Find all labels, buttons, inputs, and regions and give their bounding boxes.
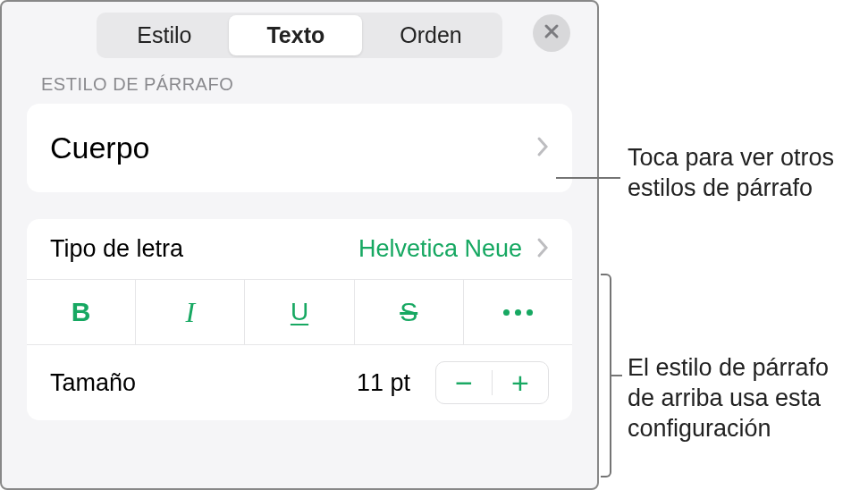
callout-paragraph-styles: Toca para ver otros estilos de párrafo [628,143,834,204]
chevron-right-icon [536,136,549,161]
tab-order[interactable]: Orden [362,15,499,55]
paragraph-style-name: Cuerpo [50,131,150,165]
minus-icon: − [455,366,473,401]
callout-leader [611,375,622,376]
underline-button[interactable]: U [245,280,354,344]
size-row: Tamaño 11 pt − + [27,345,572,420]
tab-segmented-control: Estilo Texto Orden [97,13,501,58]
font-label: Tipo de letra [50,235,183,263]
format-panel: Estilo Texto Orden ESTILO DE PÁRRAFO Cue… [0,0,599,490]
font-settings-card: Tipo de letra Helvetica Neue B I U S [27,219,572,420]
size-increase-button[interactable]: + [493,362,548,403]
strikethrough-button[interactable]: S [355,280,464,344]
paragraph-style-row[interactable]: Cuerpo [27,104,572,192]
more-button[interactable] [464,280,572,344]
chevron-right-icon [536,237,549,262]
font-row[interactable]: Tipo de letra Helvetica Neue [27,219,572,280]
size-stepper: − + [435,361,549,404]
panel-header: Estilo Texto Orden [2,13,597,74]
bold-icon: B [72,297,91,327]
size-label: Tamaño [50,369,357,397]
underline-icon: U [291,298,308,326]
strikethrough-icon: S [400,297,417,327]
tab-text[interactable]: Texto [229,15,362,55]
font-value: Helvetica Neue [358,235,522,263]
size-decrease-button[interactable]: − [436,362,492,403]
text-style-button-row: B I U S [27,280,572,345]
section-label-paragraph-style: ESTILO DE PÁRRAFO [2,74,597,104]
callout-config: El estilo de párrafo de arriba usa esta … [628,353,829,444]
more-icon [503,309,533,316]
size-value: 11 pt [357,369,410,397]
italic-icon: I [185,296,195,329]
paragraph-style-card: Cuerpo [27,104,572,192]
close-button[interactable] [533,14,570,52]
italic-button[interactable]: I [136,280,245,344]
callout-leader [556,177,620,179]
plus-icon: + [511,366,529,401]
close-icon [544,23,560,43]
callout-bracket [601,274,611,477]
tab-style[interactable]: Estilo [99,15,229,55]
bold-button[interactable]: B [27,280,136,344]
